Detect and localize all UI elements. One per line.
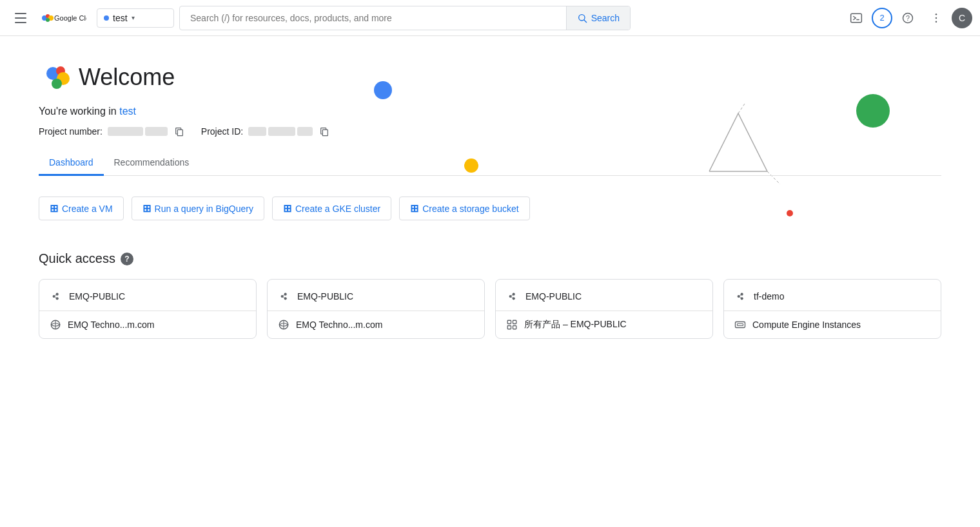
welcome-logo-svg <box>39 62 70 93</box>
welcome-header: Welcome <box>39 62 941 93</box>
plus-icon-2: ⊞ <box>142 202 151 215</box>
quick-access-help-icon[interactable]: ? <box>121 253 133 265</box>
compute-icon <box>734 319 746 331</box>
svg-rect-43 <box>507 326 511 329</box>
card-top-2: EMQ-PUBLIC <box>496 280 712 311</box>
card-bottom-0: EMQ Techno...m.com <box>39 311 256 338</box>
svg-rect-50 <box>736 322 745 328</box>
blur-block-1 <box>108 127 143 136</box>
welcome-title: Welcome <box>79 64 175 91</box>
terminal-icon <box>850 12 863 24</box>
copy-icon <box>174 126 184 137</box>
grid-icon <box>506 319 518 331</box>
project-selector[interactable]: test ▾ <box>97 8 174 28</box>
project-id-value <box>248 127 313 136</box>
terminal-button[interactable] <box>843 5 869 31</box>
create-storage-bucket-button[interactable]: ⊞ Create a storage bucket <box>399 196 529 220</box>
quick-access-grid: EMQ-PUBLIC EMQ Techno...m.com <box>39 279 941 339</box>
project-number-label: Project number: <box>39 126 103 137</box>
svg-line-49 <box>740 297 741 298</box>
copy-icon-2 <box>319 126 329 137</box>
project-id-item: Project ID: <box>201 125 331 138</box>
project-metadata: Project number: Project ID: <box>39 125 941 138</box>
svg-point-31 <box>284 297 287 300</box>
notification-count: 2 <box>879 13 884 23</box>
help-icon: ? <box>901 12 914 24</box>
plus-icon-3: ⊞ <box>283 202 291 215</box>
svg-rect-51 <box>738 324 743 326</box>
copy-project-number-button[interactable] <box>173 125 186 138</box>
quick-access-card-1[interactable]: EMQ-PUBLIC EMQ Techno...m.com <box>267 279 485 339</box>
search-button[interactable]: Search <box>566 6 630 30</box>
page-tabs: Dashboard Recommendations <box>39 151 941 176</box>
project-number-item: Project number: <box>39 125 186 138</box>
avatar-letter: C <box>959 13 965 23</box>
org-icon-0 <box>50 319 61 331</box>
svg-point-47 <box>741 297 743 300</box>
search-icon <box>577 13 587 23</box>
blur-block-2 <box>145 127 168 136</box>
card-project-name-2: EMQ-PUBLIC <box>525 291 582 302</box>
card-service-name-1: EMQ Techno...m.com <box>296 320 382 330</box>
search-container: Search <box>179 6 631 30</box>
card-top-1: EMQ-PUBLIC <box>268 280 484 311</box>
svg-point-45 <box>738 295 740 298</box>
svg-line-6 <box>584 20 587 23</box>
avatar[interactable]: C <box>952 8 972 28</box>
card-bottom-2: 所有产品 – EMQ-PUBLIC <box>496 311 712 338</box>
svg-rect-20 <box>177 129 182 135</box>
svg-line-25 <box>55 295 56 296</box>
project-id-label: Project ID: <box>201 126 243 137</box>
tab-dashboard[interactable]: Dashboard <box>39 151 104 176</box>
svg-line-48 <box>740 295 741 296</box>
more-vert-icon <box>930 12 943 24</box>
quick-access-card-2[interactable]: EMQ-PUBLIC 所有产品 – EMQ-PUBLIC <box>495 279 713 339</box>
notification-badge[interactable]: 2 <box>872 8 892 28</box>
card-bottom-1: EMQ Techno...m.com <box>268 311 484 338</box>
svg-line-39 <box>511 295 513 296</box>
run-bigquery-button[interactable]: ⊞ Run a query in BigQuery <box>132 196 264 220</box>
search-input[interactable] <box>180 6 566 30</box>
blur-block-4 <box>268 127 295 136</box>
project-icon-0 <box>50 290 63 303</box>
svg-line-33 <box>283 297 284 298</box>
more-options-button[interactable] <box>923 5 949 31</box>
svg-text:?: ? <box>906 14 910 22</box>
tab-recommendations[interactable]: Recommendations <box>104 151 200 176</box>
action-buttons-row: ⊞ Create a VM ⊞ Run a query in BigQuery … <box>39 196 941 220</box>
svg-point-23 <box>56 293 59 296</box>
svg-line-26 <box>55 297 56 298</box>
hamburger-menu-button[interactable] <box>8 5 34 31</box>
svg-point-13 <box>936 21 937 23</box>
card-service-name-2: 所有产品 – EMQ-PUBLIC <box>524 319 627 331</box>
quick-access-card-0[interactable]: EMQ-PUBLIC EMQ Techno...m.com <box>39 279 257 339</box>
svg-point-24 <box>56 297 59 300</box>
card-service-name-3: Compute Engine Instances <box>752 320 861 330</box>
google-cloud-logo[interactable]: Google Cloud <box>39 10 86 26</box>
quick-access-card-3[interactable]: tf-demo Compute Engine Instances <box>723 279 941 339</box>
svg-rect-42 <box>513 320 516 323</box>
card-top-0: EMQ-PUBLIC <box>39 280 256 311</box>
copy-project-id-button[interactable] <box>318 125 331 138</box>
welcome-section: Welcome You're working in test Project n… <box>39 62 941 339</box>
project-selector-label: test <box>113 13 128 23</box>
create-vm-button[interactable]: ⊞ Create a VM <box>39 196 124 220</box>
card-top-3: tf-demo <box>724 280 941 311</box>
svg-line-32 <box>283 295 284 296</box>
svg-point-37 <box>513 293 515 296</box>
google-cloud-logo-svg: Google Cloud <box>39 10 86 26</box>
help-button[interactable]: ? <box>895 5 921 31</box>
project-link[interactable]: test <box>119 106 136 117</box>
card-project-name-0: EMQ-PUBLIC <box>69 291 125 302</box>
blur-block-3 <box>248 127 266 136</box>
svg-point-11 <box>936 13 937 15</box>
quick-access-title: Quick access <box>39 251 115 266</box>
svg-rect-21 <box>323 129 328 135</box>
svg-point-30 <box>284 293 287 296</box>
project-icon-3 <box>734 290 747 303</box>
create-gke-button[interactable]: ⊞ Create a GKE cluster <box>272 196 391 220</box>
org-icon-1 <box>278 319 289 331</box>
card-bottom-3: Compute Engine Instances <box>724 311 941 338</box>
project-dot-icon <box>104 15 109 21</box>
svg-rect-44 <box>513 326 516 329</box>
